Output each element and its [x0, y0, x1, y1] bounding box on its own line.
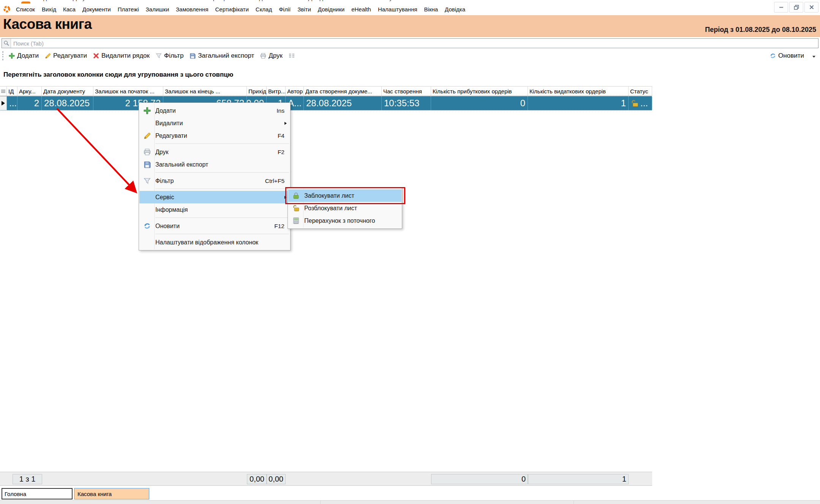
menu-zamovlennia[interactable]: Замовлення: [172, 6, 212, 13]
menu-separator: [155, 172, 289, 173]
table-row-selected[interactable]: ... 2 28.08.2025 2 158,72 658,72 0,00 1 …: [0, 96, 652, 110]
submenu-item-unlock-sheet[interactable]: Розблокувати лист: [288, 202, 401, 214]
column-header-income[interactable]: Прихід: [247, 87, 267, 96]
context-menu-item-print[interactable]: Друк F2: [139, 146, 290, 158]
menu-zalyshky[interactable]: Залишки: [142, 6, 173, 13]
window-controls: [774, 2, 818, 13]
column-header-expense-orders[interactable]: Кількість видаткових ордерів: [528, 87, 629, 96]
submenu-arrow-icon: [284, 122, 287, 125]
record-counter: 1 з 1: [13, 474, 42, 484]
footer-income-orders-sum: 0: [431, 474, 528, 484]
context-menu-item-refresh[interactable]: Оновити F12: [139, 220, 290, 232]
column-chooser-corner-icon[interactable]: [0, 87, 7, 96]
delete-row-button[interactable]: Видалити рядок: [90, 52, 153, 60]
column-header-income-orders[interactable]: Кількість прибуткових ордерів: [431, 87, 528, 96]
menu-dovidka[interactable]: Довідка: [441, 6, 469, 13]
menu-dokumenty[interactable]: Документи: [79, 6, 114, 13]
menu-filii[interactable]: Філії: [275, 6, 294, 13]
column-header-created-time[interactable]: Час створення: [382, 87, 431, 96]
add-button-label: Додати: [17, 52, 39, 60]
cell-sheet[interactable]: 2: [17, 96, 42, 110]
submenu-arrow-icon: [284, 196, 287, 199]
menu-kasa[interactable]: Каса: [60, 6, 79, 13]
menu-vikna[interactable]: Вікна: [421, 6, 442, 13]
column-chooser-button[interactable]: [286, 53, 298, 59]
context-menu-item-configure-columns[interactable]: Налаштувати відображення колонок: [139, 236, 290, 249]
export-button[interactable]: Загальний експорт: [186, 52, 257, 60]
refresh-icon: [770, 53, 776, 59]
cell-income-orders[interactable]: 0: [431, 96, 528, 110]
tab-holovna-label: Головна: [5, 491, 26, 497]
print-button[interactable]: Друк: [257, 52, 286, 60]
row-indicator: [0, 96, 7, 110]
menu-ehealth[interactable]: eHealth: [348, 6, 374, 13]
context-menu-item-edit[interactable]: Редагувати F4: [139, 129, 290, 142]
context-menu-item-add-shortcut: Ins: [276, 107, 290, 114]
search-bar[interactable]: Поиск (Tab): [2, 38, 818, 48]
minimize-button[interactable]: [774, 2, 788, 13]
cell-id[interactable]: ...: [7, 96, 17, 110]
funnel-icon: [156, 53, 162, 59]
menu-sklad[interactable]: Склад: [252, 6, 275, 13]
context-menu-item-information[interactable]: Інформація: [139, 203, 290, 216]
service-submenu: Заблокувати лист Розблокувати лист Перер…: [288, 187, 402, 229]
cell-created-date[interactable]: 28.08.2025: [304, 96, 382, 110]
menu-zvity[interactable]: Звіти: [294, 6, 314, 13]
columns-icon: [289, 53, 295, 59]
column-header-created-date[interactable]: Дата створення докуме...: [304, 87, 382, 96]
menu-separator: [155, 143, 289, 144]
tab-holovna[interactable]: Головна: [2, 488, 73, 499]
search-button[interactable]: [2, 39, 11, 48]
column-header-balance-end[interactable]: Залишок на кінець ...: [163, 87, 247, 96]
tab-kasova-knyha-label: Касова книга: [77, 491, 112, 497]
menu-spysok[interactable]: Список: [13, 6, 38, 13]
menu-platezhi[interactable]: Платежі: [114, 6, 142, 13]
column-header-sheet[interactable]: Арку...: [17, 87, 42, 96]
toolbar-overflow-caret-icon[interactable]: [812, 56, 815, 58]
page-header: Касова книга Період з 01.08.2025 до 08.1…: [0, 15, 820, 37]
context-menu-item-delete[interactable]: Видалити: [139, 117, 290, 129]
submenu-item-recalculate-label: Перерахунок з поточного: [303, 217, 401, 224]
search-input[interactable]: Поиск (Tab): [11, 40, 44, 47]
footer-expense-orders-sum: 1: [528, 474, 629, 484]
context-menu-item-service[interactable]: Сервіс: [139, 191, 290, 203]
context-menu-item-export[interactable]: Загальний експорт: [139, 158, 290, 171]
menu-nalashtuvannia[interactable]: Налаштування: [374, 6, 421, 13]
column-header-expense[interactable]: Витр...: [267, 87, 286, 96]
context-menu-item-print-shortcut: F2: [278, 149, 290, 156]
print-button-label: Друк: [269, 52, 283, 60]
submenu-item-unlock-sheet-label: Розблокувати лист: [303, 205, 401, 212]
submenu-item-recalculate[interactable]: Перерахунок з поточного: [288, 214, 401, 227]
column-header-author[interactable]: Автор: [286, 87, 304, 96]
column-header-id[interactable]: ІД: [7, 87, 17, 96]
add-button[interactable]: Додати: [6, 52, 42, 60]
cell-created-time[interactable]: 10:35:53: [382, 96, 431, 110]
filter-button[interactable]: Фільтр: [153, 52, 186, 60]
column-header-status[interactable]: Статус: [629, 87, 652, 96]
context-menu-item-filter[interactable]: Фільтр Ctrl+F5: [139, 175, 290, 187]
export-button-label: Загальний експорт: [198, 52, 254, 60]
context-menu-item-add-label: Додати: [155, 107, 276, 114]
group-by-drop-zone[interactable]: Перетягніть заголовок колонки сюди для у…: [0, 69, 820, 81]
menu-vykhid[interactable]: Вихід: [38, 6, 60, 13]
edit-button[interactable]: Редагувати: [42, 52, 90, 60]
context-menu-item-service-label: Сервіс: [155, 194, 284, 201]
tab-kasova-knyha-active[interactable]: Касова книга: [74, 488, 149, 499]
context-menu-item-export-label: Загальний експорт: [155, 161, 290, 168]
cell-status[interactable]: ...: [629, 96, 652, 110]
lock-open-icon: [631, 99, 639, 107]
refresh-button[interactable]: Оновити: [767, 50, 807, 62]
column-header-balance-start[interactable]: Залишок на початок ...: [93, 87, 163, 96]
cell-expense-orders[interactable]: 1: [528, 96, 629, 110]
cell-doc-date[interactable]: 28.08.2025: [42, 96, 93, 110]
context-menu-item-add[interactable]: Додати Ins: [139, 104, 290, 117]
menu-sertyfikaty[interactable]: Сертифікати: [212, 6, 252, 13]
column-header-doc-date[interactable]: Дата документу: [42, 87, 93, 96]
menu-dovidnyky[interactable]: Довідники: [314, 6, 348, 13]
restore-button[interactable]: [789, 2, 803, 13]
close-icon: [809, 4, 815, 10]
submenu-item-lock-sheet[interactable]: Заблокувати лист: [288, 189, 401, 202]
close-button[interactable]: [804, 2, 818, 13]
toolbar-drag-handle[interactable]: [2, 51, 3, 60]
pencil-icon: [144, 132, 151, 139]
